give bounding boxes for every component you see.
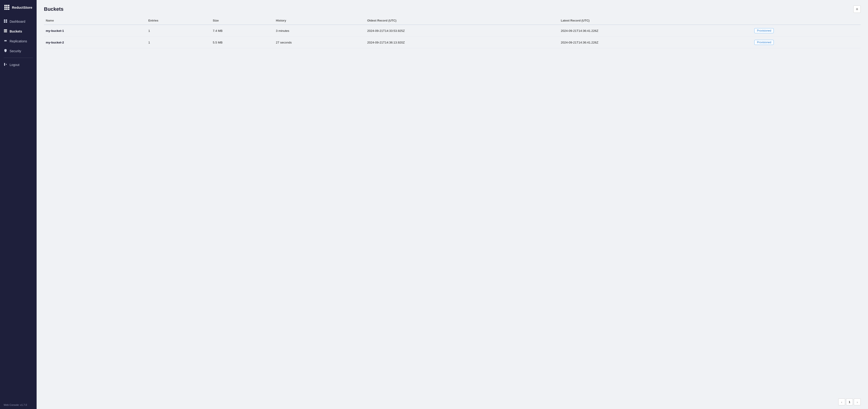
provisioned-badge: Provisioned bbox=[754, 40, 774, 45]
main-header: Buckets + bbox=[37, 0, 868, 17]
table-header: Name Entries Size History Oldest Record … bbox=[44, 17, 861, 25]
sidebar-item-label: Dashboard bbox=[10, 20, 25, 23]
cell-latest-record: 2024-09-21T14:36:41.226Z bbox=[559, 25, 752, 37]
sidebar-item-dashboard[interactable]: Dashboard bbox=[0, 17, 37, 26]
sidebar-item-label: Buckets bbox=[10, 30, 22, 33]
cell-badge: Provisioned bbox=[752, 37, 861, 48]
cell-name: my-bucket-1 bbox=[44, 25, 147, 37]
table-body: my-bucket-1 1 7.4 MB 3 minutes 2024-09-2… bbox=[44, 25, 861, 48]
sidebar-item-replications[interactable]: Replications bbox=[0, 36, 37, 46]
cell-oldest-record: 2024-09-21T14:33:53.925Z bbox=[365, 25, 559, 37]
cell-name: my-bucket-2 bbox=[44, 37, 147, 48]
cell-badge: Provisioned bbox=[752, 25, 861, 37]
pagination-prev[interactable]: ‹ bbox=[838, 399, 845, 405]
svg-rect-1 bbox=[6, 20, 7, 21]
sidebar-item-label: Security bbox=[10, 49, 21, 53]
buckets-icon bbox=[4, 29, 7, 33]
col-name: Name bbox=[44, 17, 147, 25]
svg-rect-5 bbox=[4, 30, 7, 31]
svg-rect-3 bbox=[6, 21, 7, 23]
logo-icon bbox=[4, 4, 10, 10]
sidebar-item-logout[interactable]: Logout bbox=[0, 60, 37, 69]
svg-rect-6 bbox=[4, 32, 7, 32]
cell-size: 5.5 MB bbox=[211, 37, 274, 48]
page-title: Buckets bbox=[44, 6, 64, 12]
sidebar-item-label: Replications bbox=[10, 39, 27, 43]
cell-size: 7.4 MB bbox=[211, 25, 274, 37]
cell-entries: 1 bbox=[147, 25, 211, 37]
pagination-page-1[interactable]: 1 bbox=[846, 399, 853, 405]
col-entries: Entries bbox=[147, 17, 211, 25]
sidebar-item-buckets[interactable]: Buckets bbox=[0, 26, 37, 36]
version-label: Web Console: v1.7.0 bbox=[0, 401, 37, 409]
col-latest-record: Latest Record (UTC) bbox=[559, 17, 752, 25]
buckets-table-container: Name Entries Size History Oldest Record … bbox=[37, 17, 868, 395]
sidebar-divider bbox=[4, 58, 33, 58]
main-content: Buckets + Name Entries Size History Olde… bbox=[37, 0, 868, 409]
logout-icon bbox=[4, 62, 7, 67]
cell-entries: 1 bbox=[147, 37, 211, 48]
app-name: ReductStore bbox=[12, 5, 32, 9]
provisioned-badge: Provisioned bbox=[754, 28, 774, 33]
col-oldest-record: Oldest Record (UTC) bbox=[365, 17, 559, 25]
sidebar: ReductStore Dashboard bbox=[0, 0, 37, 409]
pagination: ‹ 1 › bbox=[37, 395, 868, 409]
svg-rect-2 bbox=[4, 21, 5, 23]
svg-rect-0 bbox=[4, 20, 5, 21]
table-row[interactable]: my-bucket-1 1 7.4 MB 3 minutes 2024-09-2… bbox=[44, 25, 861, 37]
replications-icon bbox=[4, 39, 7, 43]
col-size: Size bbox=[211, 17, 274, 25]
sidebar-item-security[interactable]: Security bbox=[0, 46, 37, 56]
buckets-table: Name Entries Size History Oldest Record … bbox=[44, 17, 861, 48]
security-icon bbox=[4, 49, 7, 53]
logout-label: Logout bbox=[10, 63, 20, 67]
table-row[interactable]: my-bucket-2 1 5.5 MB 27 seconds 2024-09-… bbox=[44, 37, 861, 48]
add-bucket-button[interactable]: + bbox=[854, 5, 861, 13]
svg-rect-4 bbox=[4, 29, 7, 30]
col-status bbox=[752, 17, 861, 25]
cell-oldest-record: 2024-09-21T14:36:13.920Z bbox=[365, 37, 559, 48]
pagination-next[interactable]: › bbox=[854, 399, 861, 405]
cell-latest-record: 2024-09-21T14:36:41.226Z bbox=[559, 37, 752, 48]
col-history: History bbox=[274, 17, 365, 25]
sidebar-nav: Dashboard Buckets Replications bbox=[0, 14, 37, 401]
cell-history: 27 seconds bbox=[274, 37, 365, 48]
cell-history: 3 minutes bbox=[274, 25, 365, 37]
dashboard-icon bbox=[4, 19, 7, 24]
app-logo: ReductStore bbox=[0, 0, 37, 14]
